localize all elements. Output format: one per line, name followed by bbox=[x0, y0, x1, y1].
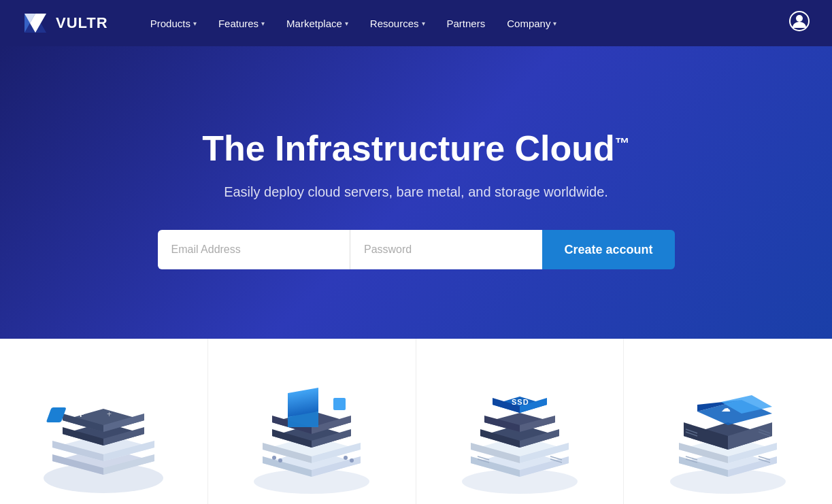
svg-text:-: - bbox=[117, 399, 119, 406]
resources-chevron-icon: ▾ bbox=[422, 20, 425, 27]
hero-section: The Infrastructure Cloud™ Easily deploy … bbox=[0, 46, 832, 339]
svg-point-16 bbox=[344, 456, 348, 460]
company-chevron-icon: ▾ bbox=[553, 20, 556, 27]
card-ssd-storage[interactable]: SSD bbox=[416, 339, 625, 504]
hero-title: The Infrastructure Cloud™ bbox=[202, 129, 630, 168]
svg-point-17 bbox=[350, 458, 354, 463]
features-chevron-icon: ▾ bbox=[261, 20, 265, 27]
svg-text:+: + bbox=[78, 408, 84, 420]
svg-text:SSD: SSD bbox=[512, 398, 529, 406]
svg-point-14 bbox=[272, 456, 276, 460]
nav-links: Products ▾ Features ▾ Marketplace ▾ Reso… bbox=[141, 12, 788, 35]
user-account-icon[interactable] bbox=[788, 10, 810, 37]
logo-link[interactable]: VULTR bbox=[22, 10, 108, 37]
cloud-compute-illustration: + ÷ - + bbox=[0, 339, 207, 504]
nav-item-partners[interactable]: Partners bbox=[437, 12, 495, 35]
product-cards: + ÷ - + bbox=[0, 339, 832, 504]
password-input[interactable] bbox=[350, 230, 542, 269]
products-chevron-icon: ▾ bbox=[193, 20, 197, 27]
nav-right bbox=[788, 10, 810, 37]
card-bare-metal[interactable] bbox=[208, 339, 416, 504]
nav-item-marketplace[interactable]: Marketplace ▾ bbox=[277, 12, 358, 35]
svg-point-5 bbox=[796, 15, 803, 22]
vultr-logo-icon bbox=[22, 10, 49, 37]
signup-form: Create account bbox=[158, 230, 675, 269]
navbar: VULTR Products ▾ Features ▾ Marketplace … bbox=[0, 0, 832, 46]
nav-item-products[interactable]: Products ▾ bbox=[141, 12, 206, 35]
svg-text:÷: ÷ bbox=[71, 397, 75, 405]
svg-text:+: + bbox=[107, 409, 112, 419]
marketplace-chevron-icon: ▾ bbox=[345, 20, 348, 27]
card-object-storage[interactable]: ☁ bbox=[624, 339, 832, 504]
svg-point-15 bbox=[278, 458, 282, 463]
brand-name: VULTR bbox=[56, 14, 108, 32]
nav-item-resources[interactable]: Resources ▾ bbox=[361, 12, 435, 35]
nav-item-features[interactable]: Features ▾ bbox=[209, 12, 274, 35]
email-input[interactable] bbox=[158, 230, 350, 269]
bare-metal-illustration bbox=[208, 339, 416, 504]
create-account-button[interactable]: Create account bbox=[542, 230, 674, 269]
card-cloud-compute[interactable]: + ÷ - + bbox=[0, 339, 208, 504]
object-storage-illustration: ☁ bbox=[624, 339, 832, 504]
ssd-storage-illustration: SSD bbox=[416, 339, 624, 504]
svg-text:☁: ☁ bbox=[721, 403, 731, 414]
svg-rect-13 bbox=[333, 398, 346, 410]
hero-subtitle: Easily deploy cloud servers, bare metal,… bbox=[224, 184, 608, 200]
nav-item-company[interactable]: Company ▾ bbox=[497, 12, 566, 35]
